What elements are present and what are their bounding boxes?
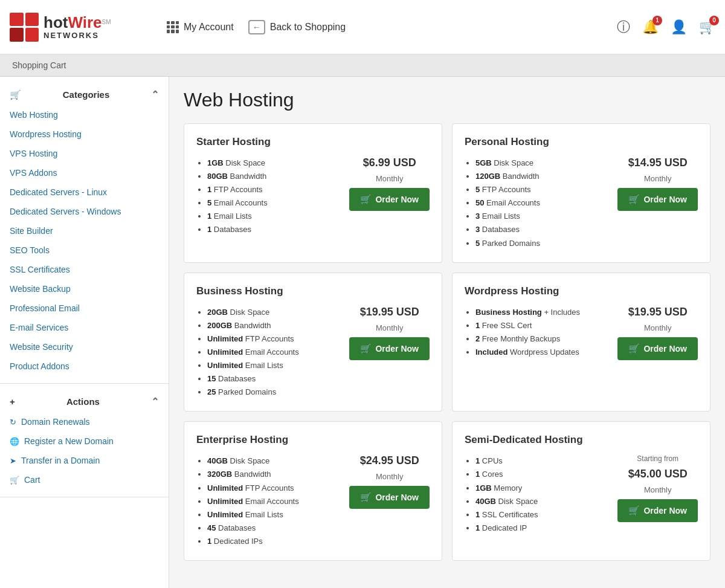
product-name-business: Business Hosting [196,285,430,297]
sidebar-item-site-builder[interactable]: Site Builder [0,221,169,241]
feature-item: 40GB Disk Space [475,495,611,508]
order-btn-personal[interactable]: 🛒Order Now [617,188,698,211]
order-btn-starter[interactable]: 🛒Order Now [349,188,430,211]
actions-list: ↻Domain Renewals🌐Register a New Domain➤T… [0,412,169,489]
feature-item: 1 Email Lists [207,210,343,223]
price-amount-enterprise: $24.95 USD [360,454,419,467]
feature-item: 5 FTP Accounts [475,183,611,196]
feature-item: Business Hosting + Includes [475,306,611,319]
order-btn-business[interactable]: 🛒Order Now [349,337,430,360]
categories-list: Web HostingWordpress HostingVPS HostingV… [0,105,169,376]
feature-item: 50 Email Accounts [475,196,611,210]
sidebar-item-product-addons[interactable]: Product Addons [0,357,169,376]
domain-renewals-icon: ↻ [10,418,16,427]
product-name-enterprise: Enterprise Hosting [196,434,430,446]
feature-item: 1 CPUs [475,454,611,468]
sidebar-item-vps-addons[interactable]: VPS Addons [0,163,169,183]
sidebar: 🛒 Categories ⌃ Web HostingWordpress Host… [0,77,169,588]
feature-item: 1GB Disk Space [207,157,343,170]
product-features-personal: 5GB Disk Space120GB Bandwidth5 FTP Accou… [465,157,611,250]
sidebar-action-transfer-domain[interactable]: ➤Transfer in a Domain [0,451,169,470]
product-features-starter: 1GB Disk Space80GB Bandwidth1 FTP Accoun… [196,157,343,237]
grid-icon [167,21,179,33]
logo-networks: NETWORKS [44,31,111,40]
actions-header[interactable]: + Actions ⌃ [0,391,169,412]
sidebar-action-cart[interactable]: 🛒Cart [0,470,169,489]
actions-chevron: ⌃ [151,396,159,407]
product-body-business: 20GB Disk Space200GB BandwidthUnlimited … [196,306,430,399]
feature-item: 1GB Memory [475,482,611,495]
product-pricing-enterprise: $24.95 USDMonthly🛒Order Now [349,454,430,509]
feature-item: 5GB Disk Space [475,157,611,170]
product-card-wordpress: Wordpress HostingBusiness Hosting + Incl… [452,273,710,412]
product-body-semi-dedicated: 1 CPUs1 Cores1GB Memory40GB Disk Space1 … [465,454,698,548]
sidebar-item-web-hosting[interactable]: Web Hosting [0,105,169,124]
breadcrumb: Shopping Cart [0,54,725,77]
sidebar-action-register-domain[interactable]: 🌐Register a New Domain [0,431,169,451]
feature-item: 1 Databases [207,223,343,236]
order-btn-enterprise[interactable]: 🛒Order Now [349,486,430,509]
sidebar-item-dedicated-windows[interactable]: Dedicated Servers - Windows [0,202,169,221]
back-arrow-icon: ← [248,20,265,34]
sidebar-item-dedicated-linux[interactable]: Dedicated Servers - Linux [0,183,169,202]
price-amount-semi-dedicated: $45.00 USD [628,468,688,480]
feature-item: Included Wordpress Updates [475,346,611,359]
feature-item: 15 Databases [207,372,343,386]
back-to-shopping-label: Back to Shopping [270,22,346,33]
sidebar-item-ssl-certificates[interactable]: SSL Certificates [0,260,169,279]
my-account-nav[interactable]: My Account [167,21,234,33]
price-period-wordpress: Monthly [644,323,672,332]
feature-item: 5 Parked Domains [475,237,611,250]
logo-area: hotWireSM NETWORKS [10,13,167,42]
header: hotWireSM NETWORKS My Account ← Back to … [0,0,725,54]
order-btn-wordpress[interactable]: 🛒Order Now [617,337,698,360]
feature-item: 1 Dedicated IP [475,522,611,535]
categories-icon: 🛒 [10,89,21,100]
sidebar-item-professional-email[interactable]: Professional Email [0,299,169,318]
categories-header[interactable]: 🛒 Categories ⌃ [0,84,169,105]
user-icon[interactable]: 👤 [671,19,687,35]
cart-icon: 🛒 [10,476,19,485]
feature-item: 5 Email Accounts [207,196,343,210]
price-period-business: Monthly [376,323,404,332]
logo-icon [10,13,39,42]
logo-sm: SM [102,19,111,25]
starting-from-semi-dedicated: Starting from [637,454,678,463]
feature-item: 320GB Bandwidth [207,468,343,481]
price-period-enterprise: Monthly [376,472,404,481]
sidebar-item-vps-hosting[interactable]: VPS Hosting [0,144,169,163]
product-features-semi-dedicated: 1 CPUs1 Cores1GB Memory40GB Disk Space1 … [465,454,611,535]
product-body-wordpress: Business Hosting + Includes1 Free SSL Ce… [465,306,698,399]
product-card-personal: Personal Hosting5GB Disk Space120GB Band… [452,123,710,263]
feature-item: 45 Databases [207,522,343,535]
product-body-starter: 1GB Disk Space80GB Bandwidth1 FTP Accoun… [196,157,430,250]
feature-item: 3 Databases [475,223,611,236]
notification-icon[interactable]: 🔔 1 [642,19,659,35]
register-domain-icon: 🌐 [10,437,19,446]
order-btn-semi-dedicated[interactable]: 🛒Order Now [617,499,698,522]
feature-item: 80GB Bandwidth [207,170,343,183]
sidebar-item-seo-tools[interactable]: SEO Tools [0,241,169,260]
logo-text: hotWireSM NETWORKS [44,14,111,40]
feature-item: 3 Email Lists [475,210,611,223]
product-pricing-semi-dedicated: Starting from$45.00 USDMonthly🛒Order Now [617,454,698,522]
product-pricing-personal: $14.95 USDMonthly🛒Order Now [617,157,698,211]
feature-item: 2 Free Monthly Backups [475,332,611,346]
sidebar-item-email-services[interactable]: E-mail Services [0,318,169,337]
back-to-shopping-nav[interactable]: ← Back to Shopping [248,20,346,34]
product-features-business: 20GB Disk Space200GB BandwidthUnlimited … [196,306,343,399]
cart-icon[interactable]: 🛒 0 [699,19,715,35]
feature-item: 1 Dedicated IPs [207,535,343,548]
help-icon[interactable]: ⓘ [617,18,630,36]
sidebar-item-website-backup[interactable]: Website Backup [0,279,169,299]
main-content: Web Hosting Starter Hosting1GB Disk Spac… [169,77,725,588]
feature-item: Unlimited Email Accounts [207,495,343,508]
sidebar-item-wordpress-hosting[interactable]: Wordpress Hosting [0,124,169,144]
feature-item: 1 Free SSL Cert [475,319,611,332]
sidebar-item-website-security[interactable]: Website Security [0,337,169,357]
notification-badge: 1 [652,16,662,25]
main-layout: 🛒 Categories ⌃ Web HostingWordpress Host… [0,77,725,588]
plus-icon: + [10,396,15,407]
page-title: Web Hosting [184,89,710,111]
sidebar-action-domain-renewals[interactable]: ↻Domain Renewals [0,412,169,431]
